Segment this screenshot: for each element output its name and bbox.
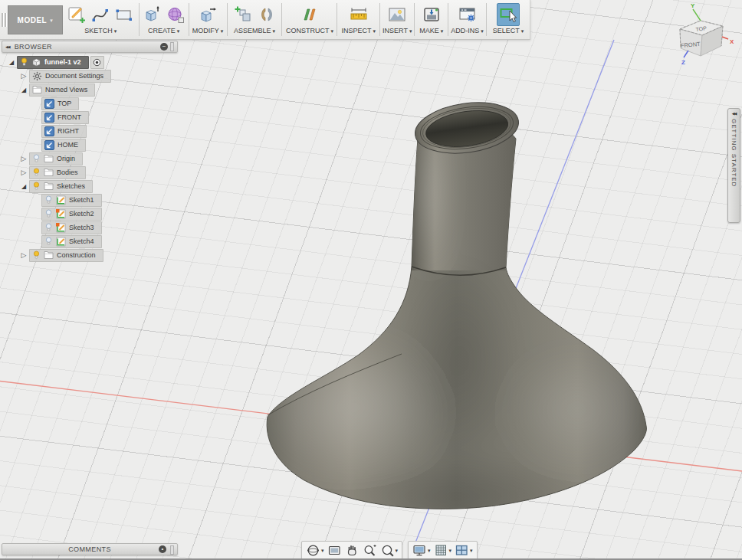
orbit-button[interactable]: ▾	[305, 543, 325, 558]
bulb-on-icon[interactable]	[32, 251, 41, 260]
row-chip[interactable]: Document Settings	[29, 70, 111, 83]
minus-circle-icon[interactable]: −	[160, 43, 168, 51]
construct-menu-label[interactable]: CONSTRUCT	[286, 27, 330, 34]
expander-collapsed-icon[interactable]: ▷	[18, 72, 29, 80]
tree-row-view-right[interactable]: RIGHT	[2, 124, 178, 138]
bulb-on-icon[interactable]	[32, 168, 41, 177]
toolbar-group-modify: MODIFY▾	[189, 0, 227, 39]
getting-started-label: GETTING STARTED	[731, 119, 737, 187]
row-chip[interactable]: TOP	[41, 97, 79, 110]
bulb-off-icon[interactable]	[44, 209, 53, 218]
getting-started-tab[interactable]: ◀◀ GETTING STARTED	[727, 108, 740, 223]
component-name: funnel-1 v2	[44, 58, 81, 66]
expander-collapsed-icon[interactable]: ▷	[18, 155, 29, 162]
extrude-icon[interactable]	[142, 5, 162, 25]
make-menu-label[interactable]: MAKE	[419, 27, 439, 34]
toolbar-group-addins: ADD-INS▾	[448, 0, 486, 39]
row-chip[interactable]: Bodies	[29, 166, 86, 179]
inspect-menu-label[interactable]: INSPECT	[342, 27, 372, 34]
new-component-icon[interactable]	[233, 5, 253, 25]
expander-expanded-icon[interactable]: ◢	[6, 59, 17, 66]
press-pull-icon[interactable]	[198, 5, 218, 25]
scripts-addins-icon[interactable]	[458, 5, 478, 25]
tree-row-bodies[interactable]: ▷ Bodies	[2, 165, 178, 179]
tree-row-sketch1[interactable]: Sketch1	[2, 193, 178, 207]
zoom-window-button[interactable]: ▾	[379, 543, 399, 558]
row-label: HOME	[57, 141, 78, 149]
bulb-off-icon[interactable]	[44, 237, 53, 246]
bulb-on-icon[interactable]	[20, 57, 28, 67]
select-button-active[interactable]	[497, 3, 520, 26]
browser-panel: ◀◀ BROWSER − ◢ funnel-1 v2 ▷ Document Se…	[2, 41, 178, 262]
row-label: Bodies	[57, 169, 78, 176]
row-chip[interactable]: Construction	[29, 249, 103, 262]
tree-row-named-views[interactable]: ◢ Named Views	[2, 83, 178, 97]
insert-menu-label[interactable]: INSERT	[382, 27, 408, 34]
bulb-off-icon[interactable]	[44, 195, 53, 205]
viewports-button[interactable]: ▾	[454, 543, 474, 558]
tree-row-sketch2[interactable]: Sketch2	[2, 207, 178, 221]
form-icon[interactable]	[166, 5, 186, 25]
addins-menu-label[interactable]: ADD-INS	[451, 27, 479, 34]
orbit-icon	[306, 543, 320, 558]
expander-expanded-icon[interactable]: ◢	[18, 183, 29, 190]
tree-row-origin[interactable]: ▷ Origin	[2, 152, 178, 165]
tree-row-sketch3[interactable]: Sketch3	[2, 221, 178, 234]
spline-icon[interactable]	[90, 5, 110, 25]
workspace-switcher[interactable]: MODEL ▾	[8, 5, 63, 34]
row-chip[interactable]: Origin	[29, 152, 83, 165]
row-chip[interactable]: RIGHT	[41, 125, 87, 138]
tree-row-sketches[interactable]: ◢ Sketches	[2, 179, 178, 193]
browser-header[interactable]: ◀◀ BROWSER −	[2, 41, 178, 53]
row-chip[interactable]: Sketch3	[41, 221, 102, 234]
tree-row-view-top[interactable]: TOP	[2, 97, 178, 110]
row-chip[interactable]: FRONT	[41, 111, 89, 124]
create-menu-label[interactable]: CREATE	[148, 27, 176, 34]
assemble-menu-label[interactable]: ASSEMBLE	[234, 27, 271, 34]
tree-row-view-front[interactable]: FRONT	[2, 110, 178, 124]
construction-plane-icon[interactable]	[300, 5, 320, 25]
3d-print-icon[interactable]	[422, 5, 442, 25]
row-chip[interactable]: Sketch2	[41, 208, 102, 221]
bulb-on-icon[interactable]	[32, 182, 41, 191]
create-sketch-icon[interactable]	[67, 5, 87, 25]
toolbar-drag-handle[interactable]	[2, 0, 8, 39]
comments-header[interactable]: COMMENTS •	[2, 543, 178, 555]
grid-and-snaps-button[interactable]: ▾	[433, 543, 453, 558]
row-chip[interactable]: Named Views	[29, 84, 95, 97]
zoom-button[interactable]	[362, 543, 378, 558]
collapse-panel-icon[interactable]: ◀◀	[5, 44, 10, 49]
view-cube[interactable]: TOP FRONT Y X Z	[658, 0, 742, 73]
tree-row-sketch4[interactable]: Sketch4	[2, 234, 178, 248]
bulb-off-icon[interactable]	[32, 154, 41, 163]
select-menu-label[interactable]: SELECT	[493, 27, 520, 34]
comments-badge-icon[interactable]: •	[159, 545, 166, 553]
two-point-rectangle-icon[interactable]	[114, 5, 134, 25]
insert-image-icon[interactable]	[387, 5, 407, 25]
activate-component-radio[interactable]	[90, 56, 104, 69]
tree-row-document-settings[interactable]: ▷ Document Settings	[2, 69, 178, 83]
panel-resize-nub[interactable]	[170, 545, 174, 555]
bulb-off-icon[interactable]	[44, 223, 53, 232]
row-chip[interactable]: Sketch1	[41, 194, 102, 207]
expander-collapsed-icon[interactable]: ▷	[18, 169, 29, 176]
component-row-chip[interactable]: funnel-1 v2	[17, 56, 89, 69]
row-chip[interactable]: HOME	[41, 139, 86, 152]
fusion360-model-workspace: { "toolbar": { "workspace_label": "MODEL…	[0, 0, 742, 560]
row-chip[interactable]: Sketches	[29, 180, 93, 193]
joint-icon[interactable]	[257, 5, 277, 25]
display-settings-button[interactable]: ▾	[412, 543, 432, 558]
tree-row-view-home[interactable]: HOME	[2, 138, 178, 152]
look-at-button[interactable]	[327, 543, 343, 558]
toolbar-group-inspect: INSPECT▾	[337, 0, 379, 39]
tree-row-construction[interactable]: ▷ Construction	[2, 248, 178, 262]
tree-row-component[interactable]: ◢ funnel-1 v2	[2, 55, 178, 69]
modify-menu-label[interactable]: MODIFY	[192, 27, 219, 34]
panel-resize-nub[interactable]	[170, 42, 174, 51]
sketch-menu-label[interactable]: SKETCH	[84, 27, 113, 34]
expander-expanded-icon[interactable]: ◢	[18, 87, 29, 93]
row-chip[interactable]: Sketch4	[41, 235, 102, 248]
expander-collapsed-icon[interactable]: ▷	[18, 251, 29, 259]
measure-icon[interactable]	[349, 5, 369, 25]
pan-button[interactable]	[344, 543, 360, 558]
